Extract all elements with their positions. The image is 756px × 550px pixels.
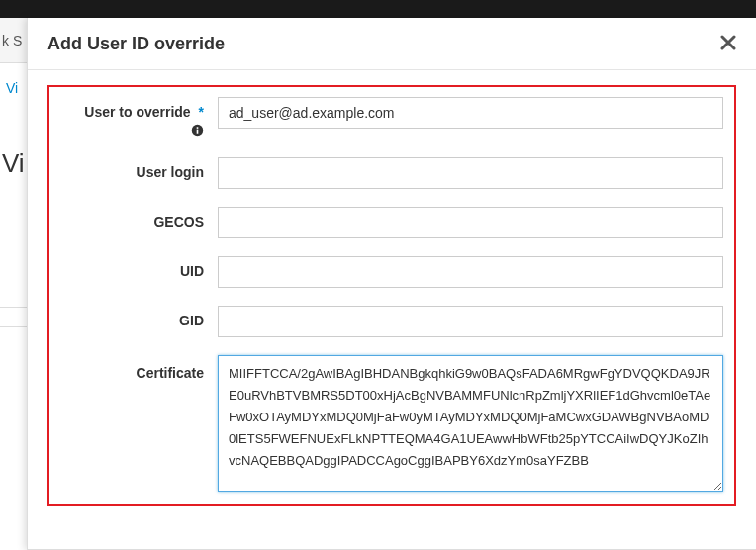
modal-body: User to override * User login [28, 70, 756, 521]
user-to-override-input[interactable] [218, 97, 723, 129]
label-certificate: Certificate [54, 355, 218, 381]
row-gecos: GECOS [54, 207, 729, 238]
label-text-user-to-override: User to override [84, 104, 190, 120]
row-user-login: User login [54, 157, 729, 189]
user-login-input[interactable] [218, 157, 723, 189]
svg-rect-2 [197, 127, 199, 129]
gecos-input[interactable] [218, 207, 723, 238]
info-icon[interactable] [54, 124, 218, 139]
bg-tab-fragment: Vi [0, 63, 30, 113]
breadcrumb-fragment: k S [0, 33, 22, 48]
close-icon[interactable] [720, 33, 736, 54]
svg-rect-1 [197, 130, 199, 134]
label-gid: GID [54, 306, 218, 328]
bg-heading-fragment: Vi [2, 148, 25, 179]
form-highlight-box: User to override * User login [47, 85, 736, 506]
row-gid: GID [54, 306, 729, 337]
modal-title: Add User ID override [47, 34, 225, 54]
row-user-to-override: User to override * [54, 97, 729, 139]
top-bar [0, 0, 756, 18]
label-user-login: User login [54, 157, 218, 180]
row-uid: UID [54, 256, 729, 288]
row-certificate: Certificate [54, 355, 729, 495]
modal-dialog: Add User ID override User to override * [27, 18, 756, 550]
gid-input[interactable] [218, 306, 723, 337]
label-user-to-override: User to override * [54, 97, 218, 120]
certificate-textarea[interactable] [218, 355, 723, 492]
uid-input[interactable] [218, 256, 723, 288]
label-gecos: GECOS [54, 207, 218, 229]
required-asterisk: * [199, 104, 204, 120]
modal-header: Add User ID override [28, 18, 756, 70]
label-uid: UID [54, 256, 218, 279]
